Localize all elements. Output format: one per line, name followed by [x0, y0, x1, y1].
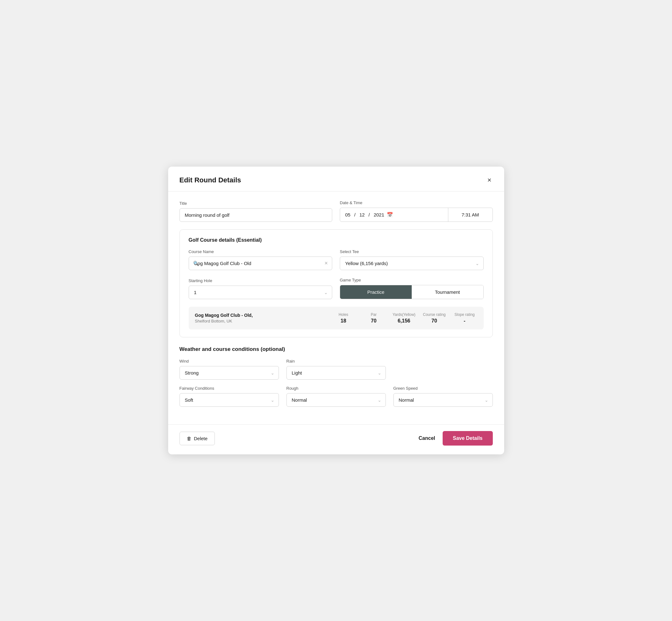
wind-rain-row: Wind Strong ⌄ Rain Light ⌄	[179, 359, 493, 380]
modal-header: Edit Round Details ×	[168, 167, 504, 192]
footer-right: Cancel Save Details	[419, 431, 493, 446]
calendar-icon: 📅	[387, 212, 393, 218]
golf-course-section: Golf Course details (Essential) Course N…	[179, 230, 493, 337]
search-icon: 🔍	[193, 261, 199, 266]
yards-label: Yards(Yellow)	[392, 313, 416, 317]
green-speed-group: Green Speed Normal ⌄	[393, 386, 493, 407]
select-tee-dropdown[interactable]: Yellow (6,156 yards)	[340, 256, 484, 270]
course-info-name: Gog Magog Golf Club - Old,	[195, 313, 326, 318]
trash-icon: 🗑	[187, 436, 192, 441]
close-button[interactable]: ×	[486, 175, 493, 185]
par-value: 70	[371, 318, 377, 324]
yards-stat: Yards(Yellow) 6,156	[391, 313, 417, 324]
rough-select-wrap: Normal ⌄	[287, 393, 386, 407]
title-date-row: Title Date & Time 05 / 12 / 2021 📅 7:3	[179, 200, 493, 222]
yards-value: 6,156	[397, 318, 410, 324]
edit-round-modal: Edit Round Details × Title Date & Time 0…	[168, 167, 504, 454]
wind-select-wrap: Strong ⌄	[179, 366, 279, 380]
holes-stat: Holes 18	[331, 313, 356, 324]
green-speed-select-wrap: Normal ⌄	[393, 393, 493, 407]
slope-rating-stat: Slope rating -	[452, 313, 477, 324]
course-name-group: Course Name 🔍 ×	[189, 249, 333, 270]
starting-hole-dropdown[interactable]: 1	[189, 286, 333, 299]
holes-value: 18	[341, 318, 346, 324]
course-info-location: Shelford Bottom, UK	[195, 319, 326, 323]
date-time-field: 05 / 12 / 2021 📅 7:31 AM	[340, 208, 493, 222]
starting-hole-label: Starting Hole	[189, 278, 333, 283]
weather-section: Weather and course conditions (optional)…	[179, 346, 493, 407]
fairway-rough-green-row: Fairway Conditions Soft ⌄ Rough Normal	[179, 386, 493, 407]
wind-group: Wind Strong ⌄	[179, 359, 279, 380]
rain-select-wrap: Light ⌄	[287, 366, 386, 380]
title-label: Title	[179, 201, 333, 206]
select-tee-label: Select Tee	[340, 249, 484, 254]
course-name-label: Course Name	[189, 249, 333, 254]
holes-label: Holes	[339, 313, 348, 317]
green-speed-label: Green Speed	[393, 386, 493, 391]
game-type-label: Game Type	[340, 278, 484, 282]
fairway-group: Fairway Conditions Soft ⌄	[179, 386, 279, 407]
course-tee-row: Course Name 🔍 × Select Tee Yellow (6,156…	[189, 249, 484, 270]
course-info-name-block: Gog Magog Golf Club - Old, Shelford Bott…	[195, 313, 326, 323]
green-speed-dropdown[interactable]: Normal	[393, 393, 493, 407]
date-time-group: Date & Time 05 / 12 / 2021 📅 7:31 AM	[340, 200, 493, 222]
par-stat: Par 70	[361, 313, 386, 324]
rain-dropdown[interactable]: Light	[287, 366, 386, 380]
select-tee-wrap: Yellow (6,156 yards) ⌄	[340, 256, 484, 270]
modal-body: Title Date & Time 05 / 12 / 2021 📅 7:3	[168, 192, 504, 424]
slope-rating-label: Slope rating	[454, 313, 474, 317]
par-label: Par	[371, 313, 377, 317]
weather-title: Weather and course conditions (optional)	[179, 346, 493, 353]
course-search-wrap: 🔍 ×	[189, 256, 333, 270]
date-sep1: /	[353, 212, 357, 217]
tournament-button[interactable]: Tournament	[412, 285, 483, 299]
fairway-select-wrap: Soft ⌄	[179, 393, 279, 407]
game-type-toggle: Practice Tournament	[340, 285, 484, 299]
time-value: 7:31 AM	[462, 212, 479, 217]
course-rating-stat: Course rating 70	[422, 313, 447, 324]
time-part[interactable]: 7:31 AM	[448, 208, 493, 221]
starting-hole-wrap: 1 ⌄	[189, 286, 333, 299]
practice-button[interactable]: Practice	[340, 285, 412, 299]
rough-label: Rough	[287, 386, 386, 391]
title-group: Title	[179, 201, 333, 222]
date-sep2: /	[367, 212, 371, 217]
rough-dropdown[interactable]: Normal	[287, 393, 386, 407]
delete-label: Delete	[194, 436, 208, 441]
save-button[interactable]: Save Details	[443, 431, 493, 446]
date-part[interactable]: 05 / 12 / 2021 📅	[340, 208, 448, 221]
date-month: 05	[345, 212, 350, 217]
title-input[interactable]	[179, 208, 333, 222]
modal-footer: 🗑 Delete Cancel Save Details	[168, 424, 504, 454]
starting-hole-group: Starting Hole 1 ⌄	[189, 278, 333, 299]
game-type-group: Game Type Practice Tournament	[340, 278, 484, 299]
course-rating-label: Course rating	[423, 313, 446, 317]
rain-label: Rain	[287, 359, 386, 364]
course-name-clear-button[interactable]: ×	[324, 260, 328, 266]
wind-dropdown[interactable]: Strong	[179, 366, 279, 380]
delete-button[interactable]: 🗑 Delete	[179, 432, 215, 445]
fairway-label: Fairway Conditions	[179, 386, 279, 391]
modal-title: Edit Round Details	[179, 176, 241, 184]
course-info-card: Gog Magog Golf Club - Old, Shelford Bott…	[189, 307, 484, 329]
golf-course-title: Golf Course details (Essential)	[189, 237, 484, 243]
rough-group: Rough Normal ⌄	[287, 386, 386, 407]
date-day: 12	[359, 212, 365, 217]
date-time-label: Date & Time	[340, 200, 493, 205]
course-name-input[interactable]	[189, 256, 333, 270]
select-tee-group: Select Tee Yellow (6,156 yards) ⌄	[340, 249, 484, 270]
cancel-button[interactable]: Cancel	[419, 436, 435, 441]
course-rating-value: 70	[432, 318, 437, 324]
wind-label: Wind	[179, 359, 279, 364]
rain-group: Rain Light ⌄	[287, 359, 386, 380]
date-year: 2021	[374, 212, 384, 217]
hole-gametype-row: Starting Hole 1 ⌄ Game Type Practice Tou…	[189, 278, 484, 299]
slope-rating-value: -	[464, 318, 465, 324]
fairway-dropdown[interactable]: Soft	[179, 393, 279, 407]
